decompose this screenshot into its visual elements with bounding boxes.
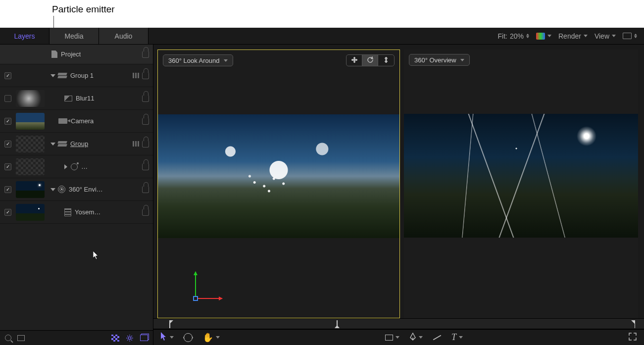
out-point-marker[interactable] — [631, 320, 635, 328]
visibility-checkbox[interactable] — [4, 118, 11, 125]
visibility-checkbox[interactable] — [4, 163, 11, 170]
mask-tool[interactable] — [385, 335, 399, 341]
visibility-checkbox[interactable] — [4, 72, 11, 79]
visibility-checkbox[interactable] — [4, 95, 11, 102]
fullscreen-button[interactable] — [628, 332, 637, 343]
chevron-down-icon — [460, 59, 464, 61]
tab-media[interactable]: Media — [50, 28, 99, 44]
layer-thumbnail — [16, 181, 45, 198]
viewport-left[interactable]: 360° Look Around — [157, 49, 400, 318]
lock-icon[interactable] — [142, 163, 149, 170]
3d-transform-tool[interactable] — [184, 333, 193, 342]
layer-thumbnail — [16, 113, 45, 130]
chevron-down-icon — [584, 35, 588, 37]
text-tool[interactable]: T — [451, 332, 463, 343]
in-point-marker[interactable] — [169, 320, 173, 328]
view-menu[interactable]: View — [594, 32, 616, 40]
layer-row-360env[interactable]: 360° Envi… — [0, 178, 153, 201]
layer-thumbnail — [16, 158, 45, 175]
layer-row-emitter[interactable]: … — [0, 155, 153, 178]
mouse-cursor-icon — [93, 251, 99, 260]
tab-layers[interactable]: Layers — [0, 28, 50, 44]
y-axis-icon — [195, 272, 196, 299]
arrow-cursor-icon — [160, 332, 167, 343]
pen-icon — [409, 333, 416, 342]
search-icon[interactable] — [5, 335, 11, 341]
lock-icon[interactable] — [142, 72, 149, 79]
layer-name: Group 1 — [70, 72, 94, 79]
layer-name: 360° Envi… — [69, 186, 103, 193]
visibility-checkbox[interactable] — [4, 186, 11, 193]
layer-row-camera[interactable]: Camera — [0, 110, 153, 133]
axis-origin-icon — [193, 296, 198, 301]
dolly-mode-button[interactable] — [378, 55, 394, 66]
callout-label: Particle emitter — [52, 4, 115, 15]
chevron-down-icon — [216, 336, 220, 339]
group-icon — [58, 141, 67, 147]
filter-icon[interactable] — [17, 335, 25, 341]
playhead-marker[interactable] — [337, 320, 338, 328]
particle-emitter-icon — [71, 163, 78, 170]
pan-mode-button[interactable] — [347, 55, 362, 66]
layer-row-group1[interactable]: Group 1 — [0, 64, 153, 87]
axis-gizmo[interactable] — [185, 268, 220, 303]
360-environment-icon — [58, 186, 65, 193]
viewport-layout-menu[interactable] — [623, 33, 637, 39]
rotate-icon — [367, 56, 374, 65]
viewport-right[interactable]: 360° Overview — [404, 49, 638, 318]
disclosure-triangle-icon[interactable] — [50, 143, 55, 146]
expand-icon — [628, 332, 637, 343]
gear-icon[interactable] — [125, 334, 134, 342]
camera-mode-menu-left[interactable]: 360° Look Around — [163, 54, 233, 66]
select-tool[interactable] — [160, 332, 174, 343]
visibility-checkbox[interactable] — [4, 141, 11, 148]
disclosure-triangle-icon[interactable] — [50, 188, 55, 191]
layer-row-blur11[interactable]: Blur11 — [0, 87, 153, 110]
panel-tabbar: Layers Media Audio Fit: 20% Render View — [0, 28, 644, 45]
lock-icon[interactable] — [142, 95, 149, 102]
disclosure-triangle-icon[interactable] — [64, 164, 67, 169]
zoom-fit-control[interactable]: Fit: 20% — [498, 32, 529, 40]
lock-icon[interactable] — [142, 141, 149, 148]
group-icon — [58, 73, 67, 79]
layer-row-group[interactable]: Group — [0, 133, 153, 155]
orbit-mode-button[interactable] — [362, 55, 378, 66]
color-channel-menu[interactable] — [536, 33, 551, 40]
pan-tool[interactable]: ✋ — [202, 333, 220, 342]
mini-timeline[interactable] — [153, 318, 644, 329]
disclosure-triangle-icon[interactable] — [50, 74, 55, 77]
layer-name: Blur11 — [76, 95, 95, 102]
project-row[interactable]: Project — [0, 45, 153, 64]
visibility-checkbox[interactable] — [4, 209, 11, 216]
render-menu[interactable]: Render — [558, 32, 588, 40]
preview-mode-icon[interactable] — [111, 335, 119, 342]
canvas-toolbar: ✋ T — [153, 329, 644, 345]
line-tool[interactable] — [433, 337, 442, 338]
chevron-down-icon — [170, 336, 174, 339]
canvas-area: 360° Look Around — [153, 45, 644, 345]
chevron-down-icon — [612, 35, 616, 37]
blend-mode-icon[interactable] — [133, 73, 139, 78]
x-axis-icon — [195, 298, 222, 299]
hand-icon: ✋ — [202, 333, 213, 342]
pen-tool[interactable] — [409, 333, 423, 342]
layer-row-yosemite[interactable]: Yosem… — [0, 201, 153, 224]
canvas-preview-right — [404, 114, 638, 238]
canvas-top-controls: Fit: 20% Render View — [498, 28, 644, 44]
video-clip-icon — [64, 208, 71, 216]
transform-mode-segmented[interactable] — [346, 54, 395, 66]
chevron-down-icon — [459, 336, 463, 339]
camera-mode-menu-right[interactable]: 360° Overview — [409, 54, 470, 66]
lock-icon[interactable] — [142, 209, 149, 216]
tab-audio[interactable]: Audio — [99, 28, 149, 44]
layer-name: Group — [70, 140, 88, 148]
svg-point-0 — [128, 337, 131, 339]
project-icon — [51, 50, 57, 58]
lock-icon[interactable] — [142, 186, 149, 193]
blend-mode-icon[interactable] — [133, 141, 139, 147]
frames-icon[interactable] — [140, 335, 148, 341]
lock-icon[interactable] — [142, 118, 149, 125]
lock-icon[interactable] — [142, 51, 149, 58]
fit-value: 20% — [510, 32, 524, 40]
viewport-layout-icon — [623, 33, 632, 39]
